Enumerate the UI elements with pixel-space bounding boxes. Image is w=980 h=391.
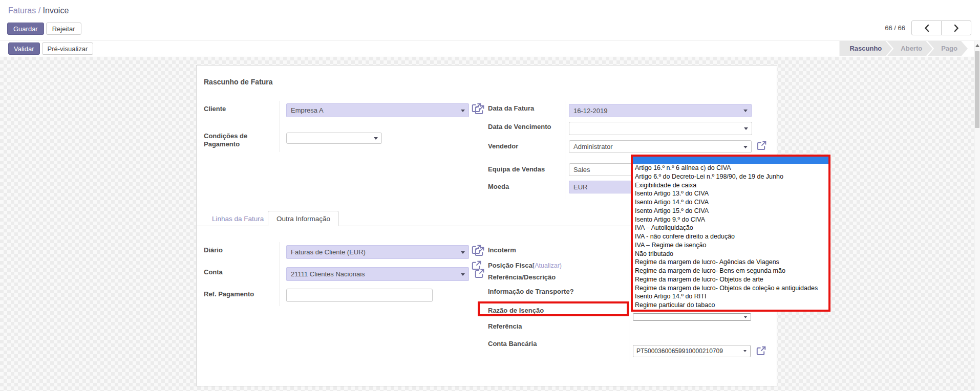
pager-previous-button[interactable] <box>911 20 942 35</box>
chevron-down-icon <box>461 110 465 112</box>
dropdown-option[interactable]: Regime da margem de lucro- Agências de V… <box>633 258 828 267</box>
vendedor-value: Administrator <box>573 143 613 150</box>
exemption-options: Artigo 16.º n.º 6 alínea c) do CIVAArtig… <box>633 164 828 310</box>
diario-field[interactable]: Faturas de Cliente (EUR) <box>286 245 469 259</box>
ref-pagamento-label: Ref. Pagamento <box>204 290 254 298</box>
data-fatura-external-link-icon[interactable] <box>472 103 481 113</box>
data-fatura-value: 16-12-2019 <box>573 107 608 115</box>
dropdown-option[interactable]: Regime da margem de lucro- Objetos de co… <box>633 284 828 293</box>
posicao-fiscal-label: Posição Fiscal <box>488 262 534 270</box>
scrollbar-thumb[interactable] <box>975 51 979 128</box>
preview-button[interactable]: Pré-visualizar <box>42 42 94 55</box>
posicao-fiscal-update-link[interactable]: (Atualizar) <box>532 262 562 269</box>
chevron-down-icon <box>744 127 748 130</box>
moeda-value: EUR <box>573 183 587 191</box>
dropdown-option[interactable]: Isento Artigo 13.º do CIVA <box>633 189 828 198</box>
scroll-up-arrow-icon[interactable] <box>975 44 979 47</box>
dropdown-option[interactable]: Exigibilidade de caixa <box>633 181 828 190</box>
chevron-down-icon <box>743 110 748 112</box>
breadcrumb-separator: / <box>36 6 42 15</box>
dropdown-selected-option[interactable] <box>633 157 828 164</box>
conta-bancaria-external-link-icon[interactable] <box>756 346 766 356</box>
diario-value: Faturas de Cliente (EUR) <box>291 248 366 256</box>
data-fatura-field[interactable]: 16-12-2019 <box>569 104 752 117</box>
vendedor-field[interactable]: Administrator <box>569 140 752 153</box>
save-button[interactable]: Guardar <box>7 23 44 35</box>
header-bar: Faturas / Invoice Guardar Rejeitar 66 / … <box>0 0 980 40</box>
conta-bancaria-select[interactable]: PT50003600659910000210709 <box>633 345 751 357</box>
pager-next-button[interactable] <box>941 20 971 35</box>
dropdown-option[interactable]: Não tributado <box>633 250 828 258</box>
dropdown-option[interactable]: Isento Artigo 9.º do CIVA <box>633 215 828 224</box>
data-vencimento-field[interactable] <box>569 122 752 135</box>
data-fatura-label: Data da Fatura <box>488 104 534 113</box>
incoterm-external-link-icon[interactable] <box>472 245 481 254</box>
control-bar: Validar Pré-visualizar Rascunho Aberto P… <box>0 41 980 56</box>
dropdown-option[interactable]: Regime particular do tabaco <box>633 301 828 310</box>
data-vencimento-label: Data de Vencimento <box>488 123 551 131</box>
incoterm-label: Incoterm <box>488 246 516 254</box>
right-group-separator <box>565 101 565 199</box>
breadcrumb: Faturas / Invoice <box>8 6 69 15</box>
tab-outra-informacao[interactable]: Outra Informação <box>268 211 339 226</box>
discard-button[interactable]: Rejeitar <box>46 23 81 35</box>
dropdown-option[interactable]: Isento Artigo 14.º do CIVA <box>633 198 828 207</box>
status-pago[interactable]: Pago <box>927 41 968 56</box>
posicao-fiscal-external-link-icon[interactable] <box>472 260 481 270</box>
select-arrow-icon <box>744 316 747 318</box>
dropdown-option[interactable]: Regime da margem de lucro- Objetos de ar… <box>633 275 828 284</box>
conta-field[interactable]: 21111 Clientes Nacionais <box>286 267 469 281</box>
breadcrumb-record: Invoice <box>43 6 69 15</box>
chevron-down-icon <box>743 146 748 148</box>
condicoes-pagamento-field[interactable] <box>286 133 382 144</box>
cliente-label: Cliente <box>204 105 226 113</box>
dropdown-option[interactable]: IVA – Regime de isenção <box>633 241 828 250</box>
sheet-title: Rascunho de Fatura <box>204 78 273 86</box>
equipa-vendas-value: Sales <box>573 166 590 173</box>
status-rascunho[interactable]: Rascunho <box>839 41 892 56</box>
conta-label: Conta <box>204 268 223 276</box>
vertical-scrollbar[interactable] <box>974 41 980 391</box>
conta-value: 21111 Clientes Nacionais <box>291 270 365 278</box>
pager-count: 66 / 66 <box>885 24 905 32</box>
exemption-dropdown: Artigo 16.º n.º 6 alínea c) do CIVAArtig… <box>631 155 830 312</box>
equipa-vendas-label: Equipa de Vendas <box>488 165 545 173</box>
status-bar: Rascunho Aberto Pago <box>839 41 968 56</box>
referencia-label: Referência <box>488 322 522 331</box>
validate-button[interactable]: Validar <box>8 42 40 55</box>
bottom-left-group-separator <box>280 242 280 306</box>
ref-pagamento-field[interactable] <box>286 289 433 302</box>
chevron-down-icon <box>743 350 747 352</box>
chevron-down-icon <box>461 251 465 254</box>
conta-bancaria-label: Conta Bancária <box>488 340 537 348</box>
record-pager: 66 / 66 <box>885 20 971 35</box>
moeda-label: Moeda <box>488 183 509 191</box>
referencia-descricao-label: Referência/Descrição <box>488 273 556 281</box>
dropdown-option[interactable]: Regime da margem de lucro- Bens em segun… <box>633 267 828 275</box>
diario-label: Diário <box>204 246 223 254</box>
dropdown-option[interactable]: IVA - não confere direito a dedução <box>633 232 828 241</box>
left-group-separator <box>280 101 280 152</box>
dropdown-option[interactable]: Isento Artigo 15.º do CIVA <box>633 207 828 215</box>
razao-isencao-label: Razão de Isenção <box>488 307 544 315</box>
dropdown-option[interactable]: Isento Artigo 14.º do RITI <box>633 292 828 301</box>
chevron-left-icon <box>924 25 929 32</box>
dropdown-option[interactable]: Artigo 16.º n.º 6 alínea c) do CIVA <box>633 164 828 172</box>
chevron-right-icon <box>954 25 959 32</box>
conta-bancaria-value: PT50003600659910000210709 <box>636 347 723 355</box>
chevron-down-icon <box>461 273 465 276</box>
tab-linhas-da-fatura[interactable]: Linhas da Fatura <box>212 215 264 223</box>
form-view-background: Rascunho de Fatura Cliente Empresa A Con… <box>0 57 980 391</box>
vendedor-external-link-icon[interactable] <box>757 141 766 150</box>
condicoes-pagamento-label: Condições de Pagamento <box>204 132 264 148</box>
dropdown-option[interactable]: IVA – Autoliquidação <box>633 224 828 232</box>
bottom-right-group-separator <box>629 242 629 362</box>
status-aberto[interactable]: Aberto <box>887 41 932 56</box>
chevron-down-icon <box>374 137 378 140</box>
razao-isencao-select[interactable] <box>633 313 751 321</box>
breadcrumb-section-link[interactable]: Faturas <box>8 6 36 15</box>
informacao-transporte-label: Informação de Transporte? <box>488 288 574 296</box>
vendedor-label: Vendedor <box>488 142 518 150</box>
dropdown-option[interactable]: Artigo 6.º do Decreto-Lei n.º 198/90, de… <box>633 172 828 181</box>
cliente-field[interactable]: Empresa A <box>286 103 469 117</box>
